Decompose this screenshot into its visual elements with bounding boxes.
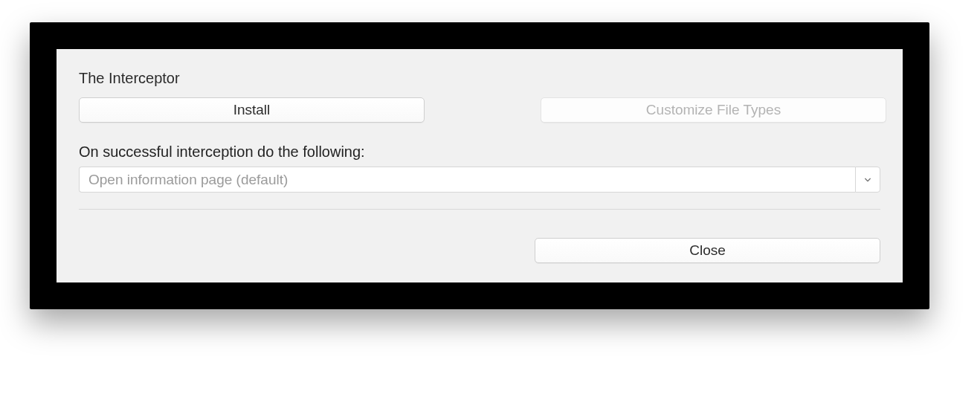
interceptor-panel: The Interceptor Install Customize File T… xyxy=(57,49,903,282)
panel-title: The Interceptor xyxy=(79,70,880,87)
action-dropdown[interactable]: Open information page (default) xyxy=(79,167,880,193)
chevron-down-icon xyxy=(864,176,871,184)
install-button[interactable]: Install xyxy=(79,97,425,123)
close-button[interactable]: Close xyxy=(535,238,880,263)
footer: Close xyxy=(79,238,880,263)
button-row: Install Customize File Types xyxy=(79,97,880,123)
action-dropdown-value[interactable]: Open information page (default) xyxy=(79,167,855,193)
customize-file-types-button: Customize File Types xyxy=(541,97,886,123)
window-frame: The Interceptor Install Customize File T… xyxy=(30,22,929,309)
action-dropdown-caret[interactable] xyxy=(855,167,880,193)
divider xyxy=(79,209,880,210)
action-label: On successful interception do the follow… xyxy=(79,143,880,161)
